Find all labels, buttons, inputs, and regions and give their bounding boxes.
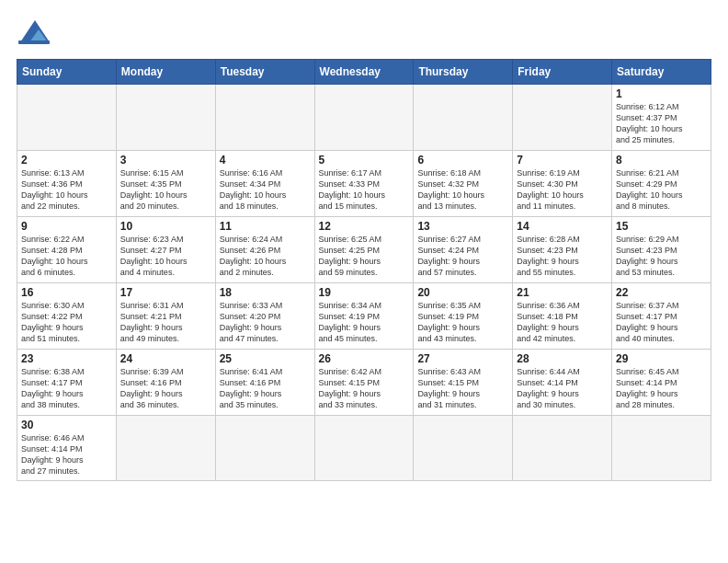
weekday-header-friday: Friday — [513, 60, 612, 85]
calendar-cell: 30Sunrise: 6:46 AM Sunset: 4:14 PM Dayli… — [17, 416, 117, 481]
day-number: 9 — [21, 220, 112, 233]
calendar-cell: 5Sunrise: 6:17 AM Sunset: 4:33 PM Daylig… — [314, 151, 414, 217]
calendar-cell: 24Sunrise: 6:39 AM Sunset: 4:16 PM Dayli… — [116, 350, 215, 416]
calendar-cell: 7Sunrise: 6:19 AM Sunset: 4:30 PM Daylig… — [513, 151, 612, 217]
weekday-header-wednesday: Wednesday — [314, 60, 414, 85]
calendar-cell: 9Sunrise: 6:22 AM Sunset: 4:28 PM Daylig… — [17, 217, 117, 283]
calendar-cell: 8Sunrise: 6:21 AM Sunset: 4:29 PM Daylig… — [612, 151, 711, 217]
day-number: 27 — [417, 352, 508, 365]
day-number: 21 — [517, 286, 608, 299]
weekday-header-monday: Monday — [116, 60, 215, 85]
calendar-cell: 12Sunrise: 6:25 AM Sunset: 4:25 PM Dayli… — [314, 217, 414, 283]
calendar-cell — [17, 85, 117, 151]
day-info: Sunrise: 6:34 AM Sunset: 4:19 PM Dayligh… — [319, 300, 410, 345]
day-number: 25 — [220, 352, 311, 365]
day-number: 11 — [220, 220, 311, 233]
calendar-table: SundayMondayTuesdayWednesdayThursdayFrid… — [17, 59, 711, 481]
calendar-cell: 27Sunrise: 6:43 AM Sunset: 4:15 PM Dayli… — [414, 350, 513, 416]
day-number: 17 — [120, 286, 211, 299]
day-info: Sunrise: 6:17 AM Sunset: 4:33 PM Dayligh… — [319, 167, 410, 213]
day-info: Sunrise: 6:37 AM Sunset: 4:17 PM Dayligh… — [616, 300, 707, 345]
calendar-cell: 6Sunrise: 6:18 AM Sunset: 4:32 PM Daylig… — [414, 151, 513, 217]
day-number: 23 — [21, 352, 112, 365]
header — [17, 17, 711, 50]
day-info: Sunrise: 6:23 AM Sunset: 4:27 PM Dayligh… — [120, 234, 211, 279]
calendar-week-row: 16Sunrise: 6:30 AM Sunset: 4:22 PM Dayli… — [17, 283, 711, 350]
day-number: 26 — [319, 352, 410, 365]
calendar-cell: 20Sunrise: 6:35 AM Sunset: 4:19 PM Dayli… — [414, 283, 513, 350]
day-info: Sunrise: 6:13 AM Sunset: 4:36 PM Dayligh… — [21, 167, 112, 213]
calendar-cell — [612, 416, 711, 481]
calendar-page: SundayMondayTuesdayWednesdayThursdayFrid… — [0, 0, 728, 563]
day-info: Sunrise: 6:21 AM Sunset: 4:29 PM Dayligh… — [616, 167, 707, 213]
day-info: Sunrise: 6:44 AM Sunset: 4:14 PM Dayligh… — [517, 366, 608, 411]
day-info: Sunrise: 6:38 AM Sunset: 4:17 PM Dayligh… — [21, 366, 112, 411]
day-number: 22 — [616, 286, 707, 299]
weekday-header-sunday: Sunday — [17, 60, 117, 85]
day-info: Sunrise: 6:41 AM Sunset: 4:16 PM Dayligh… — [220, 366, 311, 411]
day-info: Sunrise: 6:18 AM Sunset: 4:32 PM Dayligh… — [417, 167, 508, 213]
calendar-week-row: 30Sunrise: 6:46 AM Sunset: 4:14 PM Dayli… — [17, 416, 711, 481]
day-number: 13 — [417, 220, 508, 233]
day-number: 12 — [319, 220, 410, 233]
day-number: 1 — [616, 87, 707, 100]
weekday-header-saturday: Saturday — [612, 60, 711, 85]
calendar-cell: 23Sunrise: 6:38 AM Sunset: 4:17 PM Dayli… — [17, 350, 117, 416]
calendar-cell — [116, 416, 215, 481]
calendar-cell: 25Sunrise: 6:41 AM Sunset: 4:16 PM Dayli… — [215, 350, 314, 416]
calendar-cell: 10Sunrise: 6:23 AM Sunset: 4:27 PM Dayli… — [116, 217, 215, 283]
day-number: 2 — [21, 154, 112, 167]
day-info: Sunrise: 6:25 AM Sunset: 4:25 PM Dayligh… — [319, 234, 410, 279]
day-number: 19 — [319, 286, 410, 299]
calendar-cell: 28Sunrise: 6:44 AM Sunset: 4:14 PM Dayli… — [513, 350, 612, 416]
calendar-cell: 29Sunrise: 6:45 AM Sunset: 4:14 PM Dayli… — [612, 350, 711, 416]
day-info: Sunrise: 6:19 AM Sunset: 4:30 PM Dayligh… — [517, 167, 608, 213]
day-info: Sunrise: 6:42 AM Sunset: 4:15 PM Dayligh… — [319, 366, 410, 411]
calendar-cell — [314, 85, 414, 151]
generalblue-logo-icon — [17, 17, 51, 50]
calendar-cell — [414, 85, 513, 151]
day-number: 24 — [120, 352, 211, 365]
day-number: 4 — [220, 154, 311, 167]
day-info: Sunrise: 6:30 AM Sunset: 4:22 PM Dayligh… — [21, 300, 112, 345]
calendar-week-row: 9Sunrise: 6:22 AM Sunset: 4:28 PM Daylig… — [17, 217, 711, 283]
calendar-week-row: 23Sunrise: 6:38 AM Sunset: 4:17 PM Dayli… — [17, 350, 711, 416]
weekday-header-tuesday: Tuesday — [215, 60, 314, 85]
calendar-cell: 15Sunrise: 6:29 AM Sunset: 4:23 PM Dayli… — [612, 217, 711, 283]
weekday-header-row: SundayMondayTuesdayWednesdayThursdayFrid… — [17, 60, 711, 85]
calendar-cell: 18Sunrise: 6:33 AM Sunset: 4:20 PM Dayli… — [215, 283, 314, 350]
day-number: 18 — [220, 286, 311, 299]
calendar-cell: 13Sunrise: 6:27 AM Sunset: 4:24 PM Dayli… — [414, 217, 513, 283]
calendar-cell: 4Sunrise: 6:16 AM Sunset: 4:34 PM Daylig… — [215, 151, 314, 217]
calendar-cell — [513, 416, 612, 481]
day-number: 16 — [21, 286, 112, 299]
calendar-cell: 19Sunrise: 6:34 AM Sunset: 4:19 PM Dayli… — [314, 283, 414, 350]
calendar-cell: 22Sunrise: 6:37 AM Sunset: 4:17 PM Dayli… — [612, 283, 711, 350]
calendar-cell: 17Sunrise: 6:31 AM Sunset: 4:21 PM Dayli… — [116, 283, 215, 350]
calendar-cell — [215, 85, 314, 151]
day-number: 8 — [616, 154, 707, 167]
day-number: 7 — [517, 154, 608, 167]
day-info: Sunrise: 6:33 AM Sunset: 4:20 PM Dayligh… — [220, 300, 311, 345]
weekday-header-thursday: Thursday — [414, 60, 513, 85]
day-info: Sunrise: 6:29 AM Sunset: 4:23 PM Dayligh… — [616, 234, 707, 279]
day-number: 28 — [517, 352, 608, 365]
day-info: Sunrise: 6:15 AM Sunset: 4:35 PM Dayligh… — [120, 167, 211, 213]
day-info: Sunrise: 6:46 AM Sunset: 4:14 PM Dayligh… — [21, 432, 112, 477]
day-info: Sunrise: 6:27 AM Sunset: 4:24 PM Dayligh… — [417, 234, 508, 279]
day-number: 5 — [319, 154, 410, 167]
day-info: Sunrise: 6:24 AM Sunset: 4:26 PM Dayligh… — [220, 234, 311, 279]
day-info: Sunrise: 6:12 AM Sunset: 4:37 PM Dayligh… — [616, 101, 707, 146]
calendar-week-row: 2Sunrise: 6:13 AM Sunset: 4:36 PM Daylig… — [17, 151, 711, 217]
calendar-cell: 21Sunrise: 6:36 AM Sunset: 4:18 PM Dayli… — [513, 283, 612, 350]
day-number: 14 — [517, 220, 608, 233]
day-number: 3 — [120, 154, 211, 167]
calendar-cell — [116, 85, 215, 151]
calendar-cell: 16Sunrise: 6:30 AM Sunset: 4:22 PM Dayli… — [17, 283, 117, 350]
day-number: 20 — [417, 286, 508, 299]
day-info: Sunrise: 6:43 AM Sunset: 4:15 PM Dayligh… — [417, 366, 508, 411]
calendar-cell: 2Sunrise: 6:13 AM Sunset: 4:36 PM Daylig… — [17, 151, 117, 217]
day-info: Sunrise: 6:16 AM Sunset: 4:34 PM Dayligh… — [220, 167, 311, 213]
calendar-cell — [215, 416, 314, 481]
calendar-cell: 14Sunrise: 6:28 AM Sunset: 4:23 PM Dayli… — [513, 217, 612, 283]
